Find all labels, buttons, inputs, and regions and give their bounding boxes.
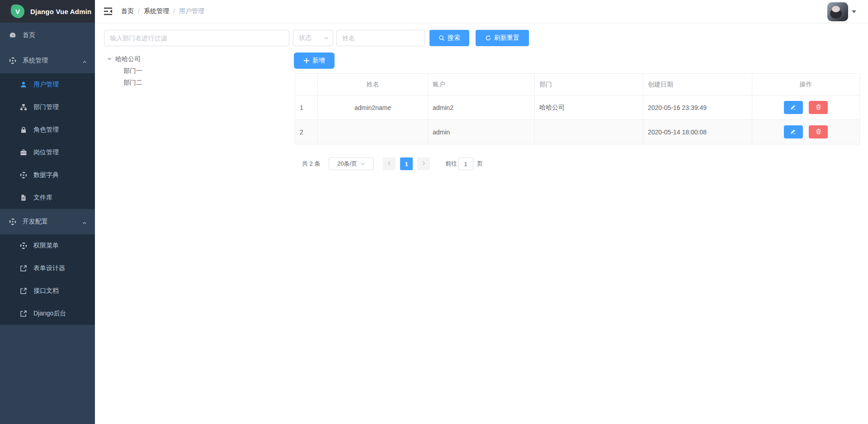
user-icon [20, 81, 27, 88]
external-link-icon [20, 310, 27, 317]
chevron-right-icon [421, 161, 426, 167]
user-avatar-dropdown[interactable] [827, 2, 856, 21]
cell-name: admin2name [318, 95, 428, 120]
sidebar-item-roles[interactable]: 角色管理 [0, 119, 95, 141]
goto-page-input[interactable] [458, 157, 473, 170]
sidebar-item-label: 表单设计器 [33, 264, 65, 272]
current-page: 1 [405, 161, 408, 167]
logo-header[interactable]: V Django Vue Admin [0, 0, 95, 23]
tree-node-root[interactable]: 哈哈公司 [107, 53, 141, 65]
sidebar-item-label: 用户管理 [33, 81, 59, 89]
tree-node-child[interactable]: 部门二 [123, 77, 142, 89]
search-button-label: 搜索 [448, 34, 460, 42]
breadcrumb-item-home[interactable]: 首页 [121, 7, 134, 15]
sidebar-item-dictionary[interactable]: 数据字典 [0, 164, 95, 186]
edit-pencil-icon [790, 104, 796, 111]
search-icon [439, 35, 445, 41]
chevron-up-icon [82, 58, 87, 63]
sidebar-fold-icon[interactable] [103, 6, 113, 16]
component-icon [9, 57, 16, 64]
refresh-button-label: 刷新重置 [494, 34, 519, 42]
sidebar-item-label: Django后台 [33, 310, 66, 318]
cell-index: 2 [295, 120, 318, 144]
external-link-icon [20, 287, 27, 295]
cell-actions [752, 120, 860, 144]
sidebar-item-users[interactable]: 用户管理 [0, 73, 95, 96]
table-row: 1 admin2name admin2 哈哈公司 2020-05-16 23:3… [295, 95, 860, 120]
column-header-account: 账户 [428, 74, 535, 95]
sidebar-item-api-docs[interactable]: 接口文档 [0, 280, 95, 302]
page-size-select[interactable]: 20条/页 [329, 157, 374, 170]
sidebar-item-permission-menu[interactable]: 权限菜单 [0, 234, 95, 257]
sidebar-item-files[interactable]: 文件库 [0, 186, 95, 209]
avatar[interactable] [827, 2, 848, 21]
users-table: 姓名 账户 部门 创建日期 操作 1 admin2name admin2 哈哈公… [295, 73, 859, 144]
refresh-icon [485, 35, 491, 41]
column-header-actions: 操作 [752, 74, 860, 95]
sidebar-item-django-admin[interactable]: Django后台 [0, 302, 95, 325]
document-icon [20, 194, 27, 201]
table-row: 2 admin 2020-05-14 18:00:08 [295, 120, 860, 144]
org-tree-icon [20, 104, 27, 111]
sidebar-item-label: 部门管理 [33, 103, 59, 111]
column-header-index [295, 74, 318, 95]
cell-actions [752, 95, 860, 120]
sidebar-item-label: 文件库 [33, 194, 52, 202]
tree-expand-caret-icon[interactable] [107, 58, 112, 61]
add-button-label: 新增 [312, 57, 325, 65]
lock-icon [20, 126, 27, 133]
tree-node-label[interactable]: 部门一 [123, 67, 142, 75]
sidebar-menu: 首页 系统管理 用户管理 [0, 23, 95, 325]
department-filter-input[interactable] [104, 30, 289, 46]
caret-down-icon [852, 10, 856, 13]
sidebar-item-home[interactable]: 首页 [0, 23, 95, 48]
delete-button[interactable] [809, 125, 828, 138]
sidebar-group-devconfig[interactable]: 开发配置 [0, 209, 95, 234]
topbar: 首页 / 系统管理 / 用户管理 [95, 0, 868, 23]
sidebar-submenu-devconfig: 权限菜单 表单设计器 接口文档 [0, 234, 95, 325]
status-select[interactable]: 状态 [293, 30, 333, 46]
edit-button[interactable] [784, 101, 803, 114]
column-header-created: 创建日期 [643, 74, 752, 95]
component-icon [9, 218, 16, 225]
sidebar-group-label: 系统管理 [23, 57, 48, 65]
tree-node-label[interactable]: 部门二 [123, 79, 142, 87]
pagination-total: 共 2 条 [302, 157, 320, 170]
refresh-reset-button[interactable]: 刷新重置 [476, 30, 529, 46]
chevron-up-icon [82, 219, 87, 224]
chevron-down-icon [360, 161, 365, 167]
chevron-down-icon [324, 35, 329, 41]
breadcrumb-separator: / [138, 8, 140, 15]
sidebar-item-form-designer[interactable]: 表单设计器 [0, 257, 95, 280]
component-icon [20, 242, 27, 249]
sidebar-group-system[interactable]: 系统管理 [0, 48, 95, 73]
trash-icon [816, 129, 821, 136]
component-icon [20, 172, 27, 179]
briefcase-icon [20, 149, 27, 156]
tree-node-label[interactable]: 哈哈公司 [115, 55, 141, 63]
column-header-name: 姓名 [318, 74, 428, 95]
sidebar-item-label: 岗位管理 [33, 148, 59, 157]
plus-icon [303, 57, 310, 64]
app-title: Django Vue Admin [30, 8, 91, 15]
chevron-left-icon [387, 161, 392, 167]
search-button[interactable]: 搜索 [429, 30, 469, 46]
sidebar-item-positions[interactable]: 岗位管理 [0, 141, 95, 164]
sidebar-item-label: 角色管理 [33, 126, 59, 134]
page-number-button[interactable]: 1 [400, 157, 413, 170]
delete-button[interactable] [809, 101, 828, 114]
cell-dept [535, 120, 643, 144]
next-page-button[interactable] [417, 157, 430, 170]
name-filter-input[interactable] [336, 30, 425, 46]
tree-node-child[interactable]: 部门一 [123, 65, 142, 77]
sidebar-item-departments[interactable]: 部门管理 [0, 96, 95, 119]
cell-created: 2020-05-14 18:00:08 [643, 120, 752, 144]
sidebar-submenu-system: 用户管理 部门管理 角色管理 [0, 73, 95, 209]
status-select-placeholder: 状态 [299, 34, 324, 42]
app-window: V Django Vue Admin 首页 系统管理 [0, 0, 868, 424]
sidebar-item-label: 首页 [23, 31, 35, 39]
edit-button[interactable] [784, 125, 803, 138]
prev-page-button[interactable] [383, 157, 396, 170]
breadcrumb-item-system[interactable]: 系统管理 [144, 7, 169, 15]
add-user-button[interactable]: 新增 [294, 52, 335, 69]
